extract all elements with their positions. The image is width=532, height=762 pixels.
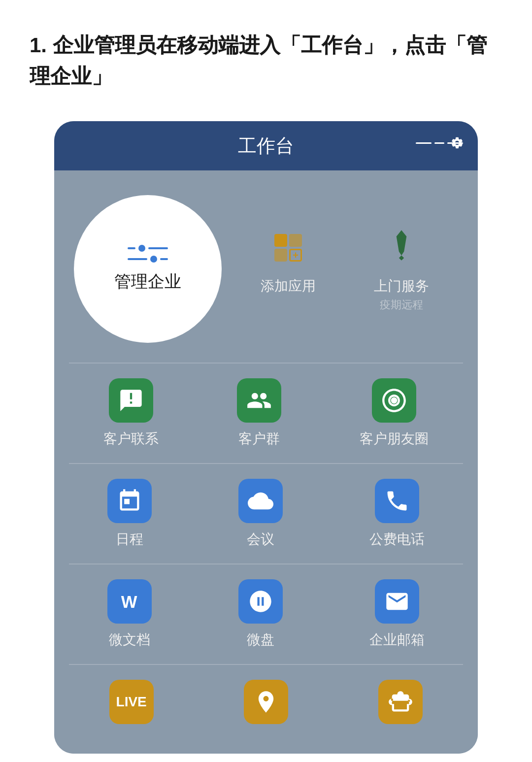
phone-frame: 工作台	[54, 121, 478, 754]
row-schedule: 日程 会议 公费电话	[64, 464, 468, 563]
document-label: 微文档	[109, 630, 150, 649]
meeting-label: 会议	[247, 530, 274, 549]
meeting-icon	[238, 479, 283, 523]
phone-item[interactable]: 公费电话	[365, 469, 430, 559]
schedule-item[interactable]: 日程	[102, 469, 157, 559]
content-area: 管理企业 + 添加应用	[54, 170, 478, 754]
svg-text:W: W	[121, 593, 137, 611]
phone-label: 公费电话	[369, 530, 425, 549]
stamp-icon	[378, 680, 423, 724]
instruction-section: 1. 企业管理员在移动端进入「工作台」，点击「管理企业」	[30, 30, 502, 92]
schedule-label: 日程	[116, 530, 143, 549]
header-bar: 工作台	[54, 121, 478, 170]
home-service-label: 上门服务	[374, 277, 429, 296]
customer-moments-label: 客户朋友圈	[360, 430, 429, 448]
document-item[interactable]: W 微文档	[102, 569, 157, 659]
settings-icon[interactable]	[416, 142, 463, 150]
customer-contact-label: 客户联系	[103, 430, 159, 448]
instruction-text: 1. 企业管理员在移动端进入「工作台」，点击「管理企业」	[30, 30, 502, 92]
svg-point-2	[391, 398, 398, 404]
mail-item[interactable]: 企业邮箱	[365, 569, 430, 659]
customer-contact-icon	[109, 378, 153, 423]
customer-moments-icon	[372, 378, 416, 423]
mail-label: 企业邮箱	[369, 630, 425, 649]
manage-enterprise-label: 管理企业	[114, 270, 181, 293]
home-service-item[interactable]: 上门服务 疫期远程	[369, 216, 434, 322]
first-row: 管理企业 + 添加应用	[64, 180, 468, 363]
home-service-icon	[379, 226, 424, 270]
customer-group-item[interactable]: 客户群	[232, 368, 286, 458]
manage-enterprise-button[interactable]: 管理企业	[74, 195, 222, 343]
stamp-item[interactable]	[373, 670, 428, 734]
manage-icon	[128, 245, 168, 263]
customer-contact-item[interactable]: 客户联系	[99, 368, 164, 458]
schedule-icon	[107, 479, 152, 523]
home-service-sublabel: 疫期远程	[380, 298, 423, 312]
svg-marker-0	[397, 230, 407, 255]
first-row-icons: + 添加应用 上门	[232, 216, 458, 322]
phone-icon	[375, 479, 419, 523]
add-app-label: 添加应用	[261, 277, 316, 296]
disk-item[interactable]: 微盘	[233, 569, 288, 659]
first-row-right: + 添加应用 上门	[232, 216, 458, 322]
add-app-icon: +	[266, 226, 310, 270]
customer-group-icon	[237, 378, 281, 423]
mail-icon	[375, 579, 419, 624]
svg-marker-1	[399, 256, 404, 261]
disk-label: 微盘	[247, 630, 274, 649]
location-item[interactable]	[239, 670, 293, 734]
meeting-item[interactable]: 会议	[233, 469, 288, 559]
row-customer: 客户联系 客户群 客户朋友圈	[64, 364, 468, 463]
customer-group-label: 客户群	[238, 430, 280, 448]
bottom-row: LIVE	[64, 665, 468, 744]
location-icon	[244, 680, 288, 724]
disk-icon	[238, 579, 283, 624]
live-icon: LIVE	[109, 680, 154, 724]
row-docs: W 微文档 微盘 企业邮箱	[64, 564, 468, 664]
live-item[interactable]: LIVE	[104, 670, 159, 734]
document-icon: W	[107, 579, 152, 624]
add-app-item[interactable]: + 添加应用	[256, 216, 321, 322]
customer-moments-item[interactable]: 客户朋友圈	[355, 368, 433, 458]
header-title: 工作台	[238, 133, 294, 159]
